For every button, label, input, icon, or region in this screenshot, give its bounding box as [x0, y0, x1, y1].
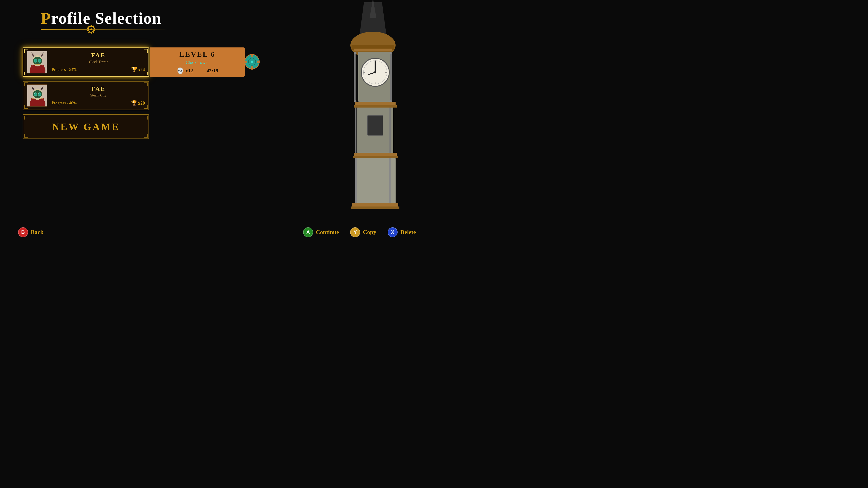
new-game-card[interactable]: NEW GAME: [23, 114, 149, 139]
profiles-container: FAE Clock Tower Progress - 54% 🏆 x24: [23, 47, 149, 139]
profile-card-1[interactable]: FAE Clock Tower Progress - 54% 🏆 x24: [23, 47, 149, 77]
corner-tr: [144, 49, 148, 53]
bottom-right-controls: A Continue Y Copy X Delete: [303, 227, 416, 237]
corner-tr-2: [144, 83, 148, 86]
bottom-controls: B Back A Continue Y Copy X Delete: [0, 227, 434, 237]
corner-br-ng: [144, 134, 148, 138]
profile-name-2: FAE: [52, 85, 145, 92]
svg-rect-56: [354, 153, 397, 156]
svg-rect-39: [354, 48, 392, 51]
corner-tr-ng: [144, 116, 148, 120]
skull-count: x12: [186, 68, 193, 74]
profile-info-1: FAE Clock Tower Progress - 54% 🏆 x24: [47, 52, 145, 72]
svg-rect-64: [389, 158, 391, 203]
svg-rect-59: [354, 52, 355, 102]
corner-bl: [24, 72, 28, 75]
svg-point-21: [34, 93, 35, 94]
svg-point-22: [38, 93, 39, 94]
btn-copy-hint: Y Copy: [350, 227, 376, 237]
svg-rect-69: [352, 203, 398, 207]
title-decoration: ⚙: [41, 29, 167, 30]
svg-point-66: [390, 52, 392, 54]
profile-progress-row-1: Progress - 54% 🏆 x24: [52, 67, 145, 72]
btn-x-icon: X: [388, 227, 398, 237]
btn-delete-hint: X Delete: [388, 227, 416, 237]
btn-continue-hint: A Continue: [303, 227, 339, 237]
corner-tl: [24, 49, 28, 53]
clock-tower-svg: [319, 0, 427, 215]
svg-rect-55: [368, 116, 383, 135]
corner-bl-2: [24, 105, 28, 109]
svg-rect-25: [251, 54, 253, 57]
skull-stat: 💀 x12: [177, 67, 193, 74]
title-first-letter: P: [41, 9, 51, 27]
svg-rect-62: [390, 107, 391, 153]
trophy-icon-2: 🏆: [131, 100, 137, 106]
page-title: Profile Selection: [41, 9, 162, 28]
character-fae-1-svg: [27, 51, 47, 73]
btn-back-label: Back: [31, 229, 43, 236]
corner-br-2: [144, 105, 148, 109]
svg-rect-51: [355, 102, 396, 105]
title-rest: rofile Selection: [51, 9, 162, 27]
svg-rect-52: [354, 105, 397, 107]
avatar-2: [27, 84, 47, 107]
svg-rect-26: [251, 66, 253, 70]
level-gear-icon: [244, 54, 260, 70]
svg-rect-63: [355, 158, 357, 203]
btn-b-icon: B: [18, 227, 28, 237]
btn-delete-label: Delete: [400, 229, 416, 236]
corner-tl-2: [24, 83, 28, 86]
svg-rect-57: [352, 156, 398, 158]
character-fae-2-svg: [27, 85, 47, 107]
clock-tower: [319, 0, 427, 215]
skull-icon: 💀: [177, 67, 184, 74]
profile-progress-row-2: Progress - 40% 🏆 x20: [52, 100, 145, 106]
btn-back-hint: B Back: [18, 227, 43, 237]
svg-rect-27: [244, 61, 247, 63]
profile-card-2[interactable]: FAE Steam City Progress - 40% 🏆 x20: [23, 81, 149, 110]
title-gear-icon: ⚙: [86, 23, 96, 36]
svg-rect-70: [351, 206, 399, 209]
svg-point-67: [354, 100, 356, 102]
svg-point-65: [354, 52, 356, 54]
btn-a-icon: A: [303, 227, 313, 237]
corner-br: [144, 72, 148, 75]
svg-point-68: [390, 100, 392, 102]
trophy-area-1: 🏆 x24: [131, 67, 145, 72]
avatar-1: [27, 51, 47, 73]
svg-point-11: [37, 63, 38, 64]
profile-progress-2: Progress - 40%: [52, 101, 76, 105]
svg-point-10: [38, 60, 39, 61]
profile-name-1: FAE: [52, 52, 145, 59]
level-title: LEVEL 6: [180, 50, 215, 59]
svg-rect-61: [355, 107, 356, 153]
btn-y-icon: Y: [350, 227, 360, 237]
gear-svg: [244, 54, 260, 70]
corner-tl-ng: [24, 116, 28, 120]
level-sublocation: Clock Tower: [186, 60, 209, 65]
trophy-area-2: 🏆 x20: [131, 100, 145, 106]
btn-continue-label: Continue: [316, 229, 339, 236]
profile-info-2: FAE Steam City Progress - 40% 🏆 x20: [47, 85, 145, 106]
svg-rect-28: [257, 61, 260, 63]
new-game-label: NEW GAME: [52, 121, 120, 133]
level-panel: LEVEL 6 Clock Tower 💀 x12 42:19: [150, 47, 245, 77]
svg-point-46: [374, 71, 376, 73]
title-underline: [41, 29, 167, 30]
svg-point-32: [251, 61, 253, 63]
profile-progress-1: Progress - 54%: [52, 67, 76, 72]
trophy-icon-1: 🏆: [131, 67, 137, 72]
profile-location-2: Steam City: [52, 93, 145, 97]
btn-copy-label: Copy: [363, 229, 376, 236]
svg-point-9: [34, 60, 35, 61]
level-stats-row: 💀 x12 42:19: [177, 67, 218, 74]
profile-location-1: Clock Tower: [52, 60, 145, 64]
page-title-container: Profile Selection: [41, 9, 162, 28]
corner-bl-ng: [24, 134, 28, 138]
svg-point-23: [37, 96, 38, 97]
time-stat: 42:19: [207, 68, 218, 74]
svg-rect-60: [391, 52, 392, 102]
